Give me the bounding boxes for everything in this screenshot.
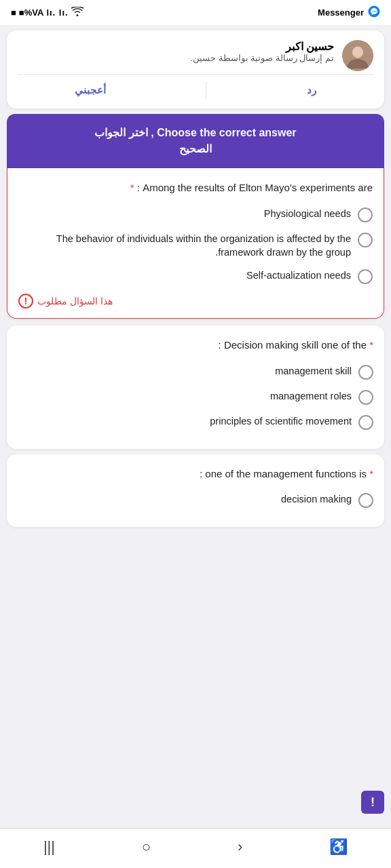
app-name: Messenger [318,7,364,18]
required-star-q1: * [130,182,134,193]
q2-radio1[interactable] [358,365,373,380]
q2-radio2[interactable] [358,390,373,405]
validation-text-q1: هذا السؤال مطلوب [37,296,113,307]
float-btn-label: ! [371,795,375,810]
section-header: Choose the correct answer , اختر الجواب … [7,114,384,168]
signal-bars: lı. lı. [46,7,68,18]
nav-menu-button[interactable]: ||| [33,835,66,859]
menu-lines-icon: ||| [43,838,55,855]
avatar [342,40,373,71]
wifi-icon [71,7,83,18]
nav-forward-button[interactable]: › [227,835,253,859]
home-circle-icon: ○ [142,838,151,855]
q1-option2-label: The behavior of individuals within the o… [18,232,351,260]
q2-option3-row[interactable]: principles of scientific movement [18,414,373,430]
accessibility-icon: ♿ [329,838,348,855]
notif-header: حسين اكبر تم إرسال رسالة صوتية بواسطة حس… [18,40,373,71]
question2-text: * Decision making skill one of the : [18,338,373,353]
q2-option3-label: principles of scientific movement [18,414,352,428]
battery-percent: ■%VA [19,7,44,18]
question1-text: Among the results of Elton Mayo's experi… [18,180,373,196]
question1-body: Among the results of Elton Mayo's experi… [137,182,373,193]
validation-icon-q1: ! [18,294,33,309]
section-header-line2: الصحيح [19,141,372,157]
question1-card: Among the results of Elton Mayo's experi… [7,168,384,319]
q1-option3-label: Self-actualization needs [18,269,351,282]
reply-button[interactable]: رد [293,81,330,99]
question3-text: * one of the management functions is : [18,467,373,482]
question3-card: * one of the management functions is : d… [7,454,384,528]
q3-radio1[interactable] [358,493,373,508]
q2-radio3[interactable] [358,415,373,430]
q3-option1-row[interactable]: decision making [18,492,373,508]
q2-option2-label: management roles [18,389,352,403]
q1-radio1[interactable] [358,208,373,222]
notification-card: حسين اكبر تم إرسال رسالة صوتية بواسطة حس… [7,31,384,108]
float-action-button[interactable]: ! [361,791,384,814]
status-right: Messenger [318,5,380,20]
notif-actions: أعجبني رد [18,74,373,99]
q1-radio3[interactable] [358,269,373,284]
nav-accessibility-button[interactable]: ♿ [318,835,358,859]
status-left: ■ ■%VA lı. lı. [11,7,83,18]
question2-card: * Decision making skill one of the : man… [7,326,384,449]
bottom-nav: ||| ○ › ♿ [0,828,391,868]
question2-body: Decision making skill one of the : [219,339,367,351]
q2-option1-label: management skill [18,364,352,378]
like-button[interactable]: أعجبني [61,81,119,99]
section-header-line1: Choose the correct answer , اختر الجواب [19,125,372,141]
q2-option1-row[interactable]: management skill [18,364,373,380]
nav-home-button[interactable]: ○ [131,835,162,859]
q3-option1-label: decision making [18,492,352,506]
notif-subtext: تم إرسال رسالة صوتية بواسطة حسين. [18,53,334,63]
svg-point-2 [352,47,363,58]
notif-name: حسين اكبر [18,40,334,53]
q1-option2-row[interactable]: The behavior of individuals within the o… [18,232,373,260]
question3-body: one of the management functions is : [200,468,367,479]
forward-chevron-icon: › [238,838,242,855]
required-star-q2: * [369,339,373,351]
messenger-icon [368,5,380,20]
q1-option3-row[interactable]: Self-actualization needs [18,269,373,284]
status-bar: ■ ■%VA lı. lı. Messenger [0,0,391,25]
section-header-text: Choose the correct answer , اختر الجواب … [19,125,372,157]
required-star-q3: * [369,468,373,479]
q1-radio2[interactable] [358,233,373,248]
q1-option1-label: Physiological needs [18,207,351,220]
validation-message-q1: هذا السؤال مطلوب ! [18,294,373,309]
battery-icon: ■ [11,7,16,18]
q1-option1-row[interactable]: Physiological needs [18,207,373,222]
q2-option2-row[interactable]: management roles [18,389,373,405]
